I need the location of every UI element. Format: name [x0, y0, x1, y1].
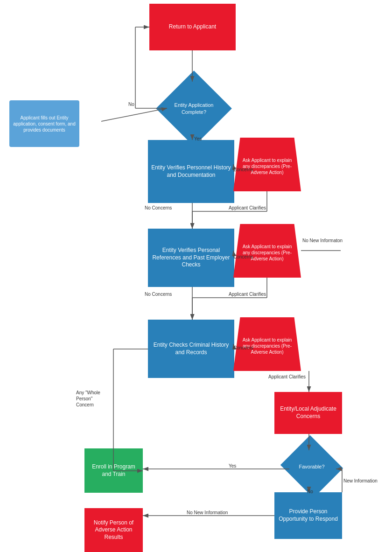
ask-applicant-1: Ask Applicant to explain any discrepanci… — [233, 138, 301, 191]
entity-verifies-history-box: Entity Verifies Personnel History and Do… — [148, 140, 234, 203]
flowchart: Return to Applicant No Entity Applicatio… — [0, 0, 392, 552]
return-to-applicant-box: Return to Applicant — [149, 4, 236, 50]
no-concerns-label-1: No Concerns — [145, 205, 172, 210]
entity-verifies-references-box: Entity Verifies Personal References and … — [148, 229, 234, 287]
no-favorable-label: No — [307, 489, 313, 494]
svg-line-31 — [101, 108, 167, 121]
favorable-label: Favorable? — [288, 446, 335, 488]
ask-applicant-3: Ask Applicant to explain any discrepanci… — [233, 317, 301, 371]
enroll-program-box: Enroll in Program and Train — [84, 448, 143, 493]
diamond-label-complete: Entity Application Complete? — [167, 82, 221, 135]
applicant-clarifies-1: Applicant Clarifies — [229, 205, 266, 210]
notify-person-box: Notify Person of Adverse Action Results — [84, 508, 143, 552]
applicant-fills-box: Applicant fills out Entity application, … — [9, 100, 79, 147]
ask-applicant-2: Ask Applicant to explain any discrepanci… — [233, 224, 301, 278]
no-label-top: No — [128, 102, 134, 107]
concerns-label-3: Concerns — [233, 345, 253, 350]
no-new-info-label: No New Informaton — [302, 238, 343, 243]
yes-label: Yes — [194, 136, 202, 141]
whole-person-label: Any "Whole Person" Concern — [76, 390, 111, 408]
applicant-clarifies-2: Applicant Clarifies — [229, 292, 266, 297]
entity-adjudicate-box: Entity/Local Adjudicate Concerns — [274, 392, 342, 434]
entity-application-diamond: Entity Application Complete? — [167, 82, 221, 135]
favorable-diamond: Favorable? — [288, 446, 335, 488]
yes-favorable-label: Yes — [229, 463, 236, 468]
new-info-label: New Information — [343, 478, 378, 483]
concerns-label-2: Concerns — [233, 254, 253, 259]
no-concerns-label-2: No Concerns — [145, 292, 172, 297]
entity-checks-criminal-box: Entity Checks Criminal History and Recor… — [148, 320, 234, 378]
concerns-label-1: Concerns — [233, 167, 253, 172]
applicant-clarifies-3: Applicant Clarifies — [268, 374, 306, 379]
no-new-info-bottom-label: No New Information — [187, 510, 228, 515]
provide-person-box: Provide Person Opportunity to Respond — [274, 492, 342, 539]
